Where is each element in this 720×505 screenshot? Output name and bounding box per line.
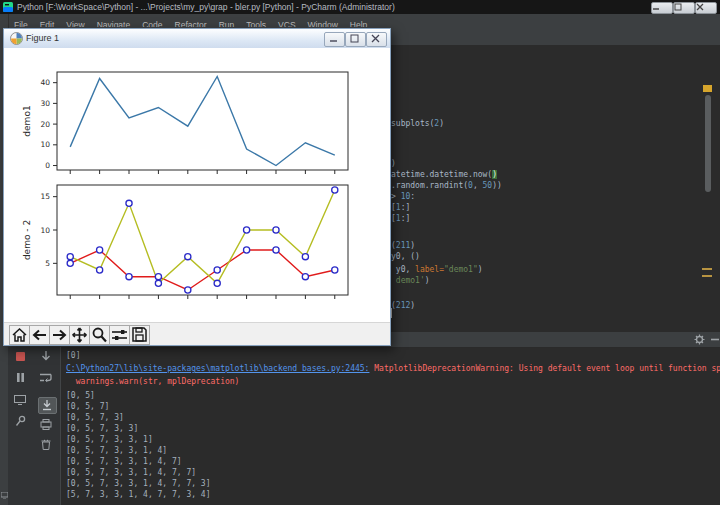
svg-text:15: 15 (40, 192, 50, 201)
svg-text:5: 5 (45, 259, 50, 268)
error-stripe-mark[interactable] (702, 275, 712, 277)
editor-code-line: > 10: (391, 192, 415, 202)
editor-code-line: [1:] (391, 203, 410, 213)
figure-maximize-button[interactable] (345, 32, 366, 47)
console-line: [0, 5, 7, 3, 3] (66, 423, 138, 434)
back-arrow-icon (32, 329, 47, 341)
back-button[interactable] (29, 325, 50, 345)
console-line: [5, 7, 3, 3, 1, 4, 7, 7, 3, 4] (66, 489, 211, 500)
home-button[interactable] (9, 325, 30, 345)
matplotlib-toolbar (4, 322, 390, 345)
home-icon (12, 328, 27, 342)
console-line: [0, 5, 7, 3, 3, 1, 4, 7, 7, 3] (66, 478, 211, 489)
console-line: [0, 5, 7] (66, 401, 109, 412)
console-line: [0, 5, 7, 3, 3, 1, 4] (66, 445, 167, 456)
editor-code-line: ) (391, 159, 396, 169)
figure-close-button[interactable] (366, 32, 387, 47)
save-floppy-icon (132, 327, 147, 342)
editor-code-line: .random.randint(0, 50)) (391, 181, 502, 191)
editor-code-line: (211) (391, 241, 415, 251)
editor-code-line: [1:] (391, 214, 410, 224)
figure-canvas-svg: 010203040demo151015demo - 2 (4, 48, 390, 322)
console-line: [0, 5, 7, 3, 3, 1, 4, 7] (66, 456, 182, 467)
editor-caret (391, 308, 392, 318)
forward-button[interactable] (49, 325, 70, 345)
editor-code-line: atetime.datetime.now() (391, 170, 497, 180)
save-button[interactable] (129, 325, 150, 345)
console-line: [0, 5, 7, 3, 3, 1] (66, 434, 153, 445)
svg-text:30: 30 (40, 99, 50, 108)
tool-window-toggle-icon[interactable] (1, 492, 8, 499)
figure-window-title: Figure 1 (26, 33, 59, 43)
magnifier-icon (92, 327, 107, 343)
figure-canvas[interactable]: 010203040demo151015demo - 2 (4, 48, 390, 322)
editor-code-line: subplots(2) (391, 119, 444, 129)
svg-text:40: 40 (40, 78, 50, 87)
figure-window[interactable]: Figure 1 010203040demo151015demo - 2 (3, 28, 391, 346)
error-stripe-warning-marker[interactable] (703, 85, 712, 92)
sliders-icon (112, 329, 127, 341)
svg-text:10: 10 (40, 226, 50, 235)
console-line: [0] (66, 350, 80, 361)
console-line: [0, 5, 7, 3, 3, 1, 4, 7, 7] (66, 467, 196, 478)
editor-code-line: y0, () (391, 252, 420, 262)
console-output[interactable]: [0]C:\Python27\lib\site-packages\matplot… (8, 332, 720, 505)
pan-button[interactable] (69, 325, 90, 345)
svg-text:demo - 2: demo - 2 (22, 220, 32, 260)
zoom-button[interactable] (89, 325, 110, 345)
editor-code-line: (212) (391, 301, 415, 311)
svg-text:20: 20 (40, 120, 50, 129)
pan-icon (72, 327, 87, 343)
svg-text:10: 10 (40, 140, 50, 149)
svg-text:demo1: demo1 (22, 105, 32, 136)
configure-subplots-button[interactable] (109, 325, 130, 345)
console-line: C:\Python27\lib\site-packages\matplotlib… (66, 363, 720, 374)
console-file-link[interactable]: C:\Python27\lib\site-packages\matplotlib… (66, 364, 369, 373)
forward-arrow-icon (52, 329, 67, 341)
editor-scrollbar[interactable] (705, 95, 711, 192)
console-line: warnings.warn(str, mplDeprecation) (66, 376, 239, 387)
editor-code-line: demo1') (391, 276, 430, 286)
figure-minimize-button[interactable] (324, 32, 345, 47)
error-stripe-mark[interactable] (702, 268, 712, 270)
svg-text:0: 0 (45, 161, 50, 170)
run-panel: [0]C:\Python27\lib\site-packages\matplot… (8, 332, 720, 505)
matplotlib-logo-icon (10, 32, 23, 45)
editor-code-line: y0, label="demo1") (391, 265, 483, 275)
figure-titlebar[interactable]: Figure 1 (4, 29, 390, 49)
console-line: [0, 5] (66, 390, 95, 401)
console-line: [0, 5, 7, 3] (66, 412, 124, 423)
